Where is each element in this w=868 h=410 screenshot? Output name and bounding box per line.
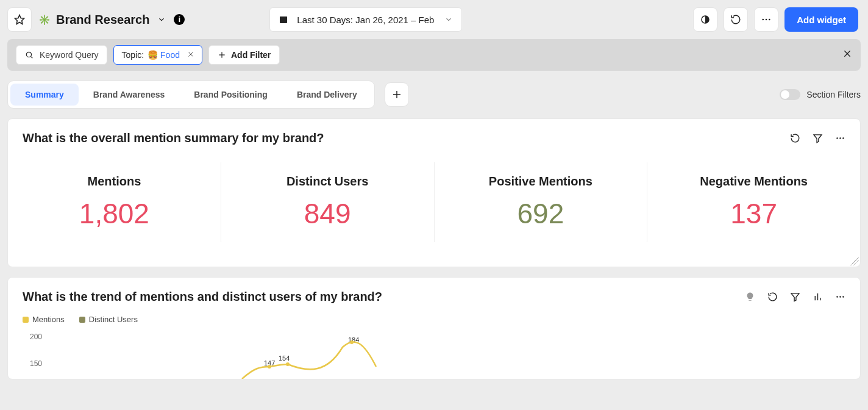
theme-toggle-button[interactable] — [693, 7, 717, 32]
filter-icon — [790, 292, 800, 302]
stat-label: Distinct Users — [286, 174, 369, 189]
resize-handle[interactable] — [850, 257, 859, 265]
svg-point-25 — [836, 296, 838, 298]
legend-swatch-icon — [79, 317, 85, 323]
card-more-button[interactable] — [835, 292, 845, 302]
card-filter-button[interactable] — [813, 133, 823, 143]
svg-point-4 — [763, 19, 764, 21]
stat-value: 137 — [730, 197, 777, 230]
bar-chart-icon — [813, 292, 823, 302]
chart-legend: Mentions Distinct Users — [23, 315, 845, 324]
tab-bar: Summary Brand Awareness Brand Positionin… — [0, 71, 868, 109]
tab-brand-delivery[interactable]: Brand Delivery — [282, 84, 372, 106]
card-insight-button[interactable] — [745, 292, 755, 302]
svg-point-28 — [268, 365, 271, 369]
svg-marker-21 — [791, 293, 799, 301]
svg-marker-0 — [15, 15, 24, 24]
tab-group: Summary Brand Awareness Brand Positionin… — [7, 81, 375, 109]
date-range-text: Last 30 Days: Jan 26, 2021 – Feb 24, 20 — [297, 15, 436, 25]
svg-point-30 — [350, 340, 354, 344]
legend-item-mentions[interactable]: Mentions — [23, 315, 65, 324]
chart-area: Mentions Distinct Users 200 150 147 154 … — [8, 309, 860, 379]
card-refresh-button[interactable] — [767, 292, 778, 302]
page-title: Brand Research — [56, 13, 149, 27]
stat-positive-mentions: Positive Mentions 692 — [435, 162, 648, 242]
card-header: What is the trend of mentions and distin… — [8, 278, 860, 309]
contrast-icon — [700, 14, 711, 25]
card-more-button[interactable] — [835, 133, 845, 143]
legend-label: Distinct Users — [89, 315, 138, 324]
more-horizontal-icon — [835, 133, 845, 143]
topic-remove-button[interactable] — [187, 50, 194, 60]
more-horizontal-icon — [761, 14, 772, 25]
svg-point-18 — [836, 137, 838, 139]
stat-label: Positive Mentions — [489, 174, 592, 189]
stat-label: Mentions — [87, 174, 141, 189]
dashboard-switch-button[interactable] — [155, 13, 168, 26]
stat-negative-mentions: Negative Mentions 137 — [647, 162, 860, 242]
add-filter-label: Add Filter — [231, 50, 271, 60]
svg-point-26 — [839, 296, 841, 298]
stat-value: 692 — [518, 197, 564, 230]
close-filterbar-button[interactable] — [842, 49, 852, 61]
svg-point-29 — [286, 362, 290, 366]
close-icon — [842, 49, 852, 59]
card-title: What is the trend of mentions and distin… — [23, 290, 745, 304]
section-filters-label: Section Filters — [806, 90, 861, 99]
favorite-button[interactable] — [7, 7, 32, 32]
chevron-down-icon — [444, 15, 453, 24]
filter-icon — [813, 133, 823, 143]
legend-swatch-icon — [23, 317, 29, 323]
card-mention-summary: What is the overall mention summary for … — [7, 118, 861, 267]
topbar: ✳️ Brand Research i Last 30 Days: Jan 26… — [0, 0, 868, 39]
refresh-icon — [730, 14, 741, 25]
topic-filter-chip[interactable]: Topic: 🍔 Food — [113, 45, 202, 65]
card-filter-button[interactable] — [790, 292, 800, 302]
add-filter-button[interactable]: Add Filter — [208, 45, 280, 65]
add-widget-button[interactable]: Add widget — [784, 7, 858, 32]
svg-rect-2 — [280, 16, 287, 18]
svg-marker-17 — [814, 135, 822, 143]
close-icon — [187, 51, 194, 58]
legend-item-distinct-users[interactable]: Distinct Users — [79, 315, 138, 324]
plus-icon — [218, 51, 226, 59]
svg-point-7 — [26, 52, 31, 57]
dashboard-emoji-icon: ✳️ — [39, 14, 50, 25]
add-tab-button[interactable] — [385, 82, 409, 107]
section-filters-toggle-group: Section Filters — [780, 89, 861, 100]
svg-point-27 — [842, 296, 844, 298]
date-range-picker[interactable]: Last 30 Days: Jan 26, 2021 – Feb 24, 20 — [269, 7, 462, 32]
section-filters-toggle[interactable] — [780, 89, 800, 100]
chevron-down-icon — [157, 15, 166, 24]
keyword-query-button[interactable]: Keyword Query — [16, 45, 107, 65]
tab-summary[interactable]: Summary — [10, 84, 79, 106]
topbar-actions: Add widget — [693, 7, 858, 32]
filter-bar: Keyword Query Topic: 🍔 Food Add Filter — [7, 39, 861, 71]
stat-label: Negative Mentions — [700, 174, 808, 189]
refresh-icon — [767, 292, 778, 302]
calendar-icon — [279, 15, 288, 24]
y-tick-label: 150 — [30, 359, 42, 368]
refresh-button[interactable] — [724, 7, 748, 32]
more-horizontal-icon — [835, 292, 845, 302]
card-title: What is the overall mention summary for … — [23, 131, 790, 145]
card-chart-type-button[interactable] — [813, 292, 823, 302]
tab-brand-positioning[interactable]: Brand Positioning — [179, 84, 282, 106]
keyword-query-label: Keyword Query — [40, 50, 98, 60]
lightbulb-icon — [745, 292, 755, 302]
topic-value: 🍔 Food — [148, 50, 180, 60]
svg-point-6 — [769, 19, 770, 21]
tab-brand-awareness[interactable]: Brand Awareness — [79, 84, 180, 106]
stat-value: 1,802 — [79, 197, 149, 230]
chart-plot: 200 150 147 154 184 — [23, 330, 845, 379]
star-icon — [14, 14, 25, 25]
more-button[interactable] — [754, 7, 778, 32]
info-button[interactable]: i — [174, 14, 185, 25]
stat-value: 849 — [304, 197, 351, 230]
chart-line — [65, 330, 492, 379]
svg-line-8 — [31, 57, 33, 59]
plus-icon — [391, 89, 402, 100]
svg-point-5 — [766, 19, 767, 21]
card-trend-mentions-users: What is the trend of mentions and distin… — [7, 277, 861, 379]
card-refresh-button[interactable] — [790, 133, 800, 143]
